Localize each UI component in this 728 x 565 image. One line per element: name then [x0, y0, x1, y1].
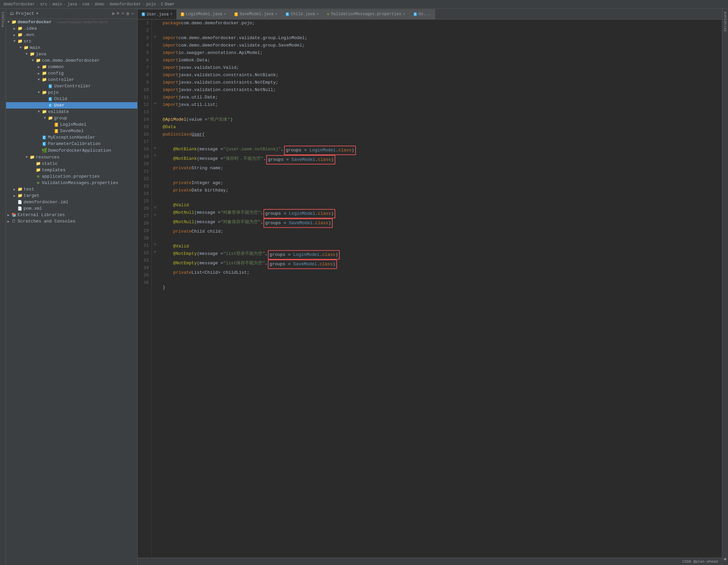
ann-valid-30: @Valid — [173, 243, 189, 250]
sidebar-item-external-libraries[interactable]: ▶ 📚 External Libraries — [6, 212, 137, 218]
sidebar-item-ParameterCalibration[interactable]: C ParameterCalibration — [6, 141, 137, 147]
project-label-text[interactable]: Project — [1, 9, 5, 30]
fold-icon-26[interactable]: ⊖ — [152, 205, 159, 212]
tab-close[interactable]: × — [403, 12, 405, 16]
sidebar-action-close[interactable]: — — [131, 11, 134, 17]
favorites-icon[interactable]: ★ — [723, 555, 727, 562]
project-panel-label[interactable]: Project — [0, 9, 6, 565]
tab-icon: ⚙ — [327, 12, 329, 16]
tab-validation-props[interactable]: ⚙ ValidationMessages.properties × — [323, 9, 410, 19]
cls-List: List — [205, 101, 215, 109]
code-line-7: import javax.validation.Valid; — [163, 64, 715, 71]
tab-savemodel[interactable]: I SaveModel.java × — [230, 9, 282, 19]
code-content-area: 1 2 3 4 5 6 7 8 9 10 11 12 13 14 15 16 1… — [138, 20, 722, 558]
sidebar-item-pom[interactable]: 📄 pom.xml — [6, 205, 137, 212]
sidebar-item-LoginModel[interactable]: I LoginModel — [6, 121, 137, 128]
sidebar-item-mvn[interactable]: ▶ 📁 .mvn — [6, 32, 137, 38]
folder-icon: 📁 — [17, 187, 23, 192]
sidebar-item-static[interactable]: 📁 static — [6, 160, 137, 167]
breadcrumb-item[interactable]: java — [67, 2, 77, 7]
sidebar-item-templates[interactable]: 📁 templates — [6, 167, 137, 173]
sidebar-item-idea[interactable]: ▶ 📁 .idea — [6, 25, 137, 32]
kw-class-ref-26: class — [318, 211, 331, 216]
sidebar-item-validation-properties[interactable]: ⚙ ValidationMessages.properties — [6, 180, 137, 186]
sidebar-item-pojo[interactable]: ▼ 📁 pojo — [6, 89, 137, 96]
sidebar-item-UserController[interactable]: C UserController — [6, 83, 137, 89]
tab-us[interactable]: C Us... — [410, 9, 435, 19]
sidebar-action-collapse[interactable]: ≡ — [116, 11, 119, 17]
tree-label: pojo — [47, 90, 58, 95]
sidebar-item-group[interactable]: ▼ 📁 group — [6, 115, 137, 121]
structure-panel-label[interactable]: Structure ★ — [722, 9, 728, 565]
tab-user-java[interactable]: C User.java × — [138, 9, 177, 19]
tab-close[interactable]: × — [317, 12, 319, 16]
fold-icon-32[interactable]: ⊖ — [152, 249, 159, 257]
sidebar-item-com-demo[interactable]: ▼ 📁 com.demo.demofordocker — [6, 57, 137, 64]
code-line-6: import lombok.Data; — [163, 57, 715, 64]
tree-arrow: ▶ — [12, 187, 17, 191]
tree-label: Scratches and Consoles — [17, 219, 76, 224]
sidebar-item-SaveModel[interactable]: I SaveModel — [6, 128, 137, 134]
folder-icon: 📁 — [17, 32, 23, 37]
breadcrumb-item[interactable]: src — [40, 2, 48, 7]
fold-icon-18[interactable]: ⊖ — [152, 146, 159, 153]
java-c-icon: C — [47, 97, 53, 101]
sidebar-item-MyExceptionHandler[interactable]: C MyExceptionHandler — [6, 134, 137, 141]
tree-label: static — [41, 161, 58, 166]
breadcrumb-item[interactable]: com — [82, 2, 90, 7]
tab-close[interactable]: × — [170, 12, 172, 16]
sidebar-item-controller[interactable]: ▼ 📁 controller — [6, 77, 137, 83]
sidebar-action-settings[interactable]: ⚙ — [126, 11, 129, 17]
sidebar-item-java[interactable]: ▼ 📁 java — [6, 51, 137, 57]
fold-icon-3[interactable]: ⊖ — [152, 34, 159, 42]
sidebar-item-common[interactable]: ▶ 📁 common — [6, 64, 137, 70]
tab-child[interactable]: C Child.java × — [282, 9, 323, 19]
kw-class-ref2: class — [318, 157, 331, 162]
fold-icon-12[interactable]: ⊖ — [152, 101, 159, 109]
code-line-16: public class User { — [163, 131, 715, 138]
sidebar-item-target[interactable]: ▶ 📁 target — [6, 192, 137, 199]
fold-icon-27[interactable]: ⊖ — [152, 212, 159, 220]
tree-label: pom.xml — [23, 206, 42, 211]
code-line-1: package com.demo.demofordocker.pojo; — [163, 20, 715, 27]
code-line-30: @Valid — [163, 243, 715, 250]
tab-close[interactable]: × — [224, 12, 226, 16]
fold-icon-19[interactable]: ⊖ — [152, 153, 159, 160]
fold-icon-31[interactable]: ⊖ — [152, 242, 159, 249]
breadcrumb-item[interactable]: main — [53, 2, 62, 7]
tree-label: ParameterCalibration — [47, 141, 101, 146]
sidebar-item-User[interactable]: C User — [6, 102, 137, 109]
sidebar-item-main[interactable]: ▼ 📁 main — [6, 44, 137, 51]
breadcrumb-item[interactable]: pojo — [146, 2, 156, 7]
sidebar-item-validate[interactable]: ▼ 📁 validate — [6, 109, 137, 115]
tree-label: External Libraries — [17, 212, 65, 217]
sidebar-action-scope[interactable]: ⊕ — [112, 11, 114, 17]
sidebar-item-DemofordockerApplication[interactable]: 🌿 DemofordockerApplication — [6, 147, 137, 154]
tab-label: ValidationMessages.properties — [331, 12, 401, 17]
sidebar-item-src[interactable]: ▼ 📁 src — [6, 38, 137, 44]
folder-icon: 📁 — [41, 71, 47, 76]
sidebar-item-iml[interactable]: 📄 demofordocker.iml — [6, 199, 137, 205]
breadcrumb-item[interactable]: demofordocker — [3, 2, 35, 7]
sidebar-item-scratches[interactable]: ▶ 🗒 Scratches and Consoles — [6, 218, 137, 225]
sidebar-item-root[interactable]: ▼ 📁 demofordocker ~/iworkspace/demofordo… — [6, 19, 137, 25]
tab-close[interactable]: × — [275, 12, 277, 16]
breadcrumb-item[interactable]: demofordocker — [110, 2, 141, 7]
sidebar-title: 🗂 Project ▼ — [9, 11, 38, 16]
sidebar-item-test[interactable]: ▶ 📁 test — [6, 186, 137, 192]
tree-arrow: ▶ — [36, 71, 41, 76]
sidebar-item-config[interactable]: ▶ 📁 config — [6, 70, 137, 77]
breadcrumb-item[interactable]: demo — [94, 2, 104, 7]
kw-import: import — [163, 49, 178, 57]
folder-icon: 📁 — [47, 116, 53, 121]
sidebar-actions: ⊕ ≡ ≈ ⚙ — — [112, 11, 134, 17]
sidebar-item-application-properties[interactable]: ⚙ application.properties — [6, 173, 137, 180]
sidebar-action-options[interactable]: ≈ — [121, 11, 124, 17]
sidebar-item-Child[interactable]: C Child — [6, 96, 137, 102]
structure-label-text[interactable]: Structure — [723, 9, 728, 34]
code-text[interactable]: package com.demo.demofordocker.pojo; imp… — [159, 20, 722, 558]
kw-private-23: private — [173, 187, 192, 194]
tab-loginmodel[interactable]: I LoginModel.java × — [177, 9, 230, 19]
sidebar-dropdown-arrow[interactable]: ▼ — [36, 12, 38, 16]
sidebar-item-resources[interactable]: ▼ 📁 resources — [6, 154, 137, 160]
